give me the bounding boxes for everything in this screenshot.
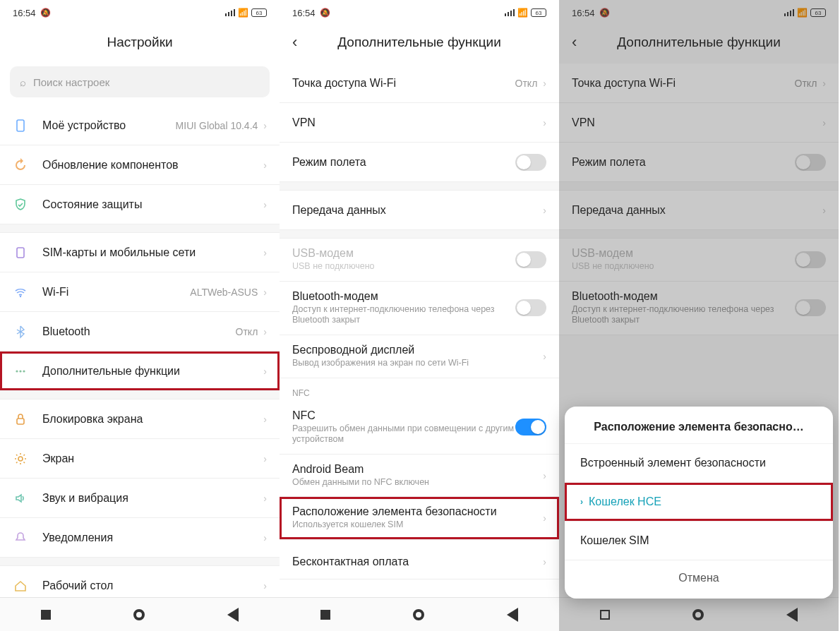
nav-back[interactable] <box>507 608 518 622</box>
feature-item[interactable]: Режим полета <box>559 143 839 182</box>
nav-back[interactable] <box>227 608 239 622</box>
feature-item[interactable]: Bluetooth-модемДоступ к интернет-подключ… <box>559 282 839 335</box>
settings-item-wifi[interactable]: Wi-FiALTWeb-ASUS› <box>0 272 280 312</box>
settings-item-update[interactable]: Обновление компонентов› <box>0 145 280 185</box>
chevron-right-icon: › <box>263 580 267 591</box>
sheet-option[interactable]: Встроенный элемент безопасности <box>565 443 833 482</box>
nav-back[interactable] <box>786 608 798 622</box>
item-label: Бесконтактная оплата <box>292 555 543 568</box>
settings-item-bluetooth[interactable]: BluetoothОткл› <box>0 312 280 351</box>
settings-item-device[interactable]: Моё устройствоMIUI Global 10.4.4› <box>0 106 280 145</box>
svg-point-4 <box>19 370 21 372</box>
nav-home[interactable] <box>413 609 424 620</box>
status-bar: 16:54 🔕 📶 63 <box>559 0 839 21</box>
nav-recent[interactable] <box>600 610 610 620</box>
item-label: Режим полета <box>572 156 795 169</box>
sheet-cancel-button[interactable]: Отмена <box>565 560 833 596</box>
toggle-switch[interactable] <box>515 299 546 316</box>
nav-recent[interactable] <box>320 610 330 620</box>
feature-item[interactable]: Точка доступа Wi-FiОткл› <box>559 64 839 103</box>
nav-home[interactable] <box>692 609 704 620</box>
header: Настройки <box>0 21 280 64</box>
item-subtitle: Обмен данными по NFC включен <box>292 477 543 488</box>
item-label: Режим полета <box>292 156 515 169</box>
item-label: Звук и вибрация <box>42 492 263 505</box>
item-subtitle: Используется кошелек SIM <box>292 519 543 531</box>
toggle-switch[interactable] <box>515 419 546 435</box>
feature-item[interactable]: Передача данных› <box>280 191 559 230</box>
feature-item[interactable]: Android BeamОбмен данными по NFC включен… <box>280 455 559 498</box>
item-subtitle: USB не подключено <box>572 261 795 272</box>
feature-item[interactable]: Передача данных› <box>559 191 839 230</box>
toggle-switch[interactable] <box>795 299 826 316</box>
sheet-title: Расположение элемента безопасно… <box>565 418 833 443</box>
option-label: Кошелек HCE <box>589 495 661 508</box>
item-label: Передача данных <box>292 204 543 217</box>
feature-item[interactable]: Режим полета <box>280 143 559 182</box>
chevron-right-icon: › <box>263 366 267 377</box>
feature-item[interactable]: NFCРазрешить обмен данными при совмещени… <box>280 401 559 455</box>
chevron-right-icon: › <box>263 160 267 171</box>
settings-item-sim[interactable]: SIM-карты и мобильные сети› <box>0 233 280 272</box>
status-icons: 📶 63 <box>505 8 547 18</box>
nav-bar <box>0 597 280 631</box>
feature-item[interactable]: USB-модемUSB не подключено <box>280 239 559 282</box>
toggle-switch[interactable] <box>515 154 546 171</box>
back-button[interactable]: ‹ <box>292 33 297 52</box>
nav-recent[interactable] <box>41 610 51 620</box>
settings-item-dots[interactable]: Дополнительные функции› <box>0 351 280 391</box>
settings-list: Моё устройствоMIUI Global 10.4.4›Обновле… <box>0 106 280 597</box>
settings-item-lock[interactable]: Блокировка экрана› <box>0 399 280 439</box>
item-label: USB-модем <box>292 247 515 260</box>
sheet-option[interactable]: Кошелек SIM <box>565 521 833 560</box>
dnd-icon: 🔕 <box>320 8 330 18</box>
sheet-option[interactable]: ›Кошелек HCE <box>565 482 833 521</box>
selected-icon: › <box>580 497 583 507</box>
toggle-switch[interactable] <box>795 251 826 268</box>
feature-item[interactable]: VPN› <box>280 103 559 143</box>
item-label: Дополнительные функции <box>42 365 263 378</box>
feature-item[interactable]: Расположение элемента безопасностиИсполь… <box>280 497 559 540</box>
chevron-right-icon: › <box>263 532 267 543</box>
item-label: SIM-карты и мобильные сети <box>42 246 263 259</box>
sound-icon <box>11 491 30 505</box>
nav-bar <box>559 597 839 631</box>
item-value: ALTWeb-ASUS <box>190 287 258 298</box>
toggle-switch[interactable] <box>515 251 546 268</box>
bell-icon <box>11 531 30 545</box>
back-button[interactable]: ‹ <box>572 33 577 52</box>
nav-home[interactable] <box>133 609 145 620</box>
chevron-right-icon: › <box>543 117 546 128</box>
chevron-right-icon: › <box>263 326 267 337</box>
feature-item[interactable]: Точка доступа Wi-FiОткл› <box>280 64 559 103</box>
svg-point-2 <box>20 295 21 296</box>
status-time: 16:54 <box>572 8 595 18</box>
search-input[interactable]: ⌕ Поиск настроек <box>10 66 270 97</box>
settings-item-home[interactable]: Рабочий стол› <box>0 566 280 597</box>
settings-item-sound[interactable]: Звук и вибрация› <box>0 479 280 518</box>
chevron-right-icon: › <box>543 512 546 524</box>
page-title: Дополнительные функции <box>337 35 501 50</box>
header: ‹ Дополнительные функции <box>280 21 559 64</box>
feature-item[interactable]: VPN› <box>559 103 839 143</box>
sim-icon <box>11 246 30 260</box>
settings-item-shield[interactable]: Состояние защиты› <box>0 185 280 224</box>
item-label: Экран <box>42 452 263 465</box>
feature-item[interactable]: Бесконтактная оплата› <box>280 540 559 579</box>
feature-item[interactable]: Bluetooth-модемДоступ к интернет-подключ… <box>280 282 559 335</box>
chevron-right-icon: › <box>263 247 267 258</box>
page-title: Настройки <box>107 35 172 50</box>
chevron-right-icon: › <box>543 556 546 567</box>
chevron-right-icon: › <box>822 117 826 128</box>
item-label: Блокировка экрана <box>42 413 263 426</box>
toggle-switch[interactable] <box>795 154 826 171</box>
feature-item[interactable]: USB-модемUSB не подключено <box>559 239 839 282</box>
feature-item[interactable]: Беспроводной дисплейВывод изображения на… <box>280 335 559 378</box>
item-subtitle: Доступ к интернет-подключению телефона ч… <box>292 304 515 326</box>
bluetooth-icon <box>11 325 30 339</box>
item-label: USB-модем <box>572 247 795 260</box>
item-label: Точка доступа Wi-Fi <box>292 77 515 90</box>
settings-item-bell[interactable]: Уведомления› <box>0 518 280 558</box>
chevron-right-icon: › <box>543 78 546 89</box>
settings-item-brightness[interactable]: Экран› <box>0 439 280 479</box>
